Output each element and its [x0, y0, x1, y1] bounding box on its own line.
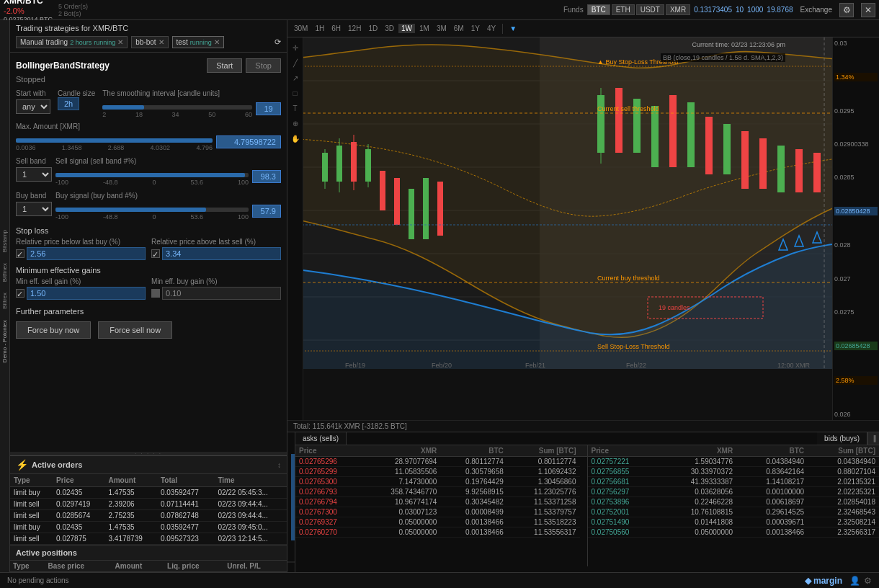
tf-12h[interactable]: 12H	[345, 24, 364, 33]
svg-text:Feb/21: Feb/21	[525, 362, 545, 369]
tf-6m[interactable]: 6M	[451, 24, 467, 33]
bids-header-row: Price XMR BTC Sum [BTC]	[588, 445, 880, 457]
order-row-1[interactable]: limit buy 0.02435 1.47535 0.03592477 02/…	[10, 487, 287, 499]
bid-price-3: 0.02756681	[588, 477, 659, 487]
buy-band-select[interactable]: 123	[16, 202, 52, 216]
min-sell-checkbox[interactable]: ✓	[16, 289, 24, 298]
ob-scrollbar[interactable]: ▐	[867, 432, 879, 445]
tf-4y[interactable]: 4Y	[484, 24, 499, 33]
order-row-4[interactable]: limit buy 0.02435 1.47535 0.03592477 02/…	[10, 522, 287, 533]
orderbook-tabs: asks (sells) bids (buys) ▐	[295, 432, 879, 445]
sl-below-checkbox[interactable]: ✓	[16, 249, 24, 258]
col-price: Price	[53, 474, 104, 487]
min-buy-field[interactable]	[162, 287, 281, 300]
chart-canvas-area[interactable]: ▲ Buy Stop-Loss Threshold Current sell t…	[287, 37, 832, 420]
ask-row-8[interactable]: 0.02760270 0.05000000 0.00138466 11.5355…	[295, 527, 587, 538]
svg-rect-40	[813, 153, 821, 192]
currency-tab-usdt[interactable]: USDT	[636, 4, 664, 15]
tool-rect[interactable]: □	[289, 86, 302, 99]
tf-1m[interactable]: 1M	[416, 24, 432, 33]
bid-row-3[interactable]: 0.02756681 41.39333387 1.14108217 2.0213…	[588, 477, 880, 487]
sidebar-bittrex[interactable]: Bittrex	[1, 293, 8, 309]
sl-below-input: ✓	[16, 247, 146, 260]
tf-1w[interactable]: 1W	[398, 24, 415, 33]
price-level-4: 0.02900338	[834, 141, 878, 148]
settings-icon[interactable]: ⚙	[864, 576, 872, 586]
person-icon[interactable]: 👤	[849, 576, 860, 586]
ask-row-2[interactable]: 0.02765299 11.05835506 0.30579658 1.1069…	[295, 467, 587, 477]
asks-header-row: Price XMR BTC Sum [BTC]	[295, 445, 587, 457]
price-level-12: 0.026	[834, 411, 878, 418]
bids-tab[interactable]: bids (buys)	[817, 432, 867, 445]
close-button[interactable]: ✕	[861, 3, 875, 17]
ask-row-4[interactable]: 0.02766793 358.74346770 9.92568915 11.23…	[295, 487, 587, 497]
force-buy-button[interactable]: Force buy now	[16, 321, 91, 339]
tf-6h[interactable]: 6H	[329, 24, 344, 33]
sell-signal-track[interactable]	[55, 173, 249, 177]
order-price-3: 0.0285674	[53, 510, 104, 522]
ask-row-1[interactable]: 0.02765296 28.97077694 0.80112774 0.8011…	[295, 457, 587, 467]
order-row-3[interactable]: limit sell 0.0285674 2.75235 0.07862748 …	[10, 510, 287, 522]
start-button[interactable]: Start	[207, 58, 242, 73]
bid-row-4[interactable]: 0.02756297 0.03628056 0.00100000 2.02235…	[588, 487, 880, 497]
tf-3m[interactable]: 3M	[434, 24, 450, 33]
bb-indicator-btn[interactable]: ▼	[507, 24, 519, 33]
ask-row-6[interactable]: 0.02767300 0.03007123 0.00008499 11.5337…	[295, 507, 587, 517]
bid-row-8[interactable]: 0.02750560 0.05000000 0.00138466 2.32566…	[588, 527, 880, 538]
currency-tab-eth[interactable]: ETH	[612, 4, 635, 15]
sl-above-checkbox[interactable]: ✓	[151, 249, 160, 258]
start-with-select[interactable]: any	[16, 99, 50, 114]
settings-button[interactable]: ⚙	[839, 3, 854, 17]
currency-tab-xmr[interactable]: XMR	[666, 4, 690, 15]
tool-line[interactable]: ╱	[289, 56, 302, 69]
buy-signal-track[interactable]	[55, 208, 249, 212]
current-time-display: Current time: 02/23 12:23:06 pm	[692, 41, 785, 48]
ask-row-5[interactable]: 0.02766794 10.96774174 0.30345482 11.533…	[295, 497, 587, 507]
order-row-5[interactable]: limit sell 0.027875 3.4178739 0.09527323…	[10, 533, 287, 545]
asks-tab[interactable]: asks (sells)	[295, 432, 347, 445]
force-sell-button[interactable]: Force sell now	[98, 321, 172, 339]
order-row-2[interactable]: limit sell 0.0297419 2.39206 0.07114441 …	[10, 499, 287, 510]
tf-1y[interactable]: 1Y	[468, 24, 483, 33]
sell-band-select[interactable]: 123	[16, 167, 52, 182]
sidebar-demo-poloniex[interactable]: Demo - Poloniex	[1, 320, 8, 362]
bid-row-2[interactable]: 0.02756855 30.33970372 0.83642164 0.8802…	[588, 467, 880, 477]
tf-1h[interactable]: 1H	[312, 24, 327, 33]
sl-above-field[interactable]	[162, 247, 281, 260]
order-amount-5: 3.4178739	[104, 533, 156, 545]
sidebar-bitstamp[interactable]: Bitstamp	[1, 230, 8, 252]
orders-tbody: limit buy 0.02435 1.47535 0.03592477 02/…	[10, 487, 287, 545]
pos-col-amount: Amount	[112, 561, 164, 572]
tool-text[interactable]: T	[289, 102, 302, 115]
min-gains-header: Minimum effective gains	[16, 266, 281, 275]
bid-row-1[interactable]: 0.02757221 1.59034776 0.04384940 0.04384…	[588, 457, 880, 467]
bottom-panels: 8008.4 4004.2 asks (sells) bids (buys)	[287, 432, 879, 572]
left-panel: Trading strategies for XMR/BTC Manual tr…	[10, 20, 287, 572]
tool-zoom[interactable]: ⊕	[289, 117, 302, 130]
manual-bot-close[interactable]: ✕	[117, 38, 123, 46]
currency-tab-btc[interactable]: BTC	[587, 4, 610, 15]
ask-row-3[interactable]: 0.02765300 7.14730000 0.19764429 1.30456…	[295, 477, 587, 487]
order-amount-4: 1.47535	[104, 522, 156, 533]
tf-3d[interactable]: 3D	[382, 24, 397, 33]
bid-row-6[interactable]: 0.02752001 10.76108815 0.29614525 2.3246…	[588, 507, 880, 517]
sl-below-field[interactable]	[27, 247, 146, 260]
test-bot-close[interactable]: ✕	[214, 38, 220, 46]
tool-crosshair[interactable]: ✛	[289, 41, 302, 54]
tf-30m[interactable]: 30M	[291, 24, 311, 33]
tool-hand[interactable]: ✋	[289, 132, 302, 145]
ask-row-7[interactable]: 0.02769327 0.05000000 0.00138466 11.5351…	[295, 517, 587, 527]
further-params[interactable]: Further parameters	[16, 307, 281, 316]
sidebar-bitfinex[interactable]: Bitfinex	[1, 263, 8, 282]
amount-slider-track[interactable]	[16, 138, 213, 143]
smoothing-value: 19	[256, 102, 281, 115]
tf-1d[interactable]: 1D	[365, 24, 380, 33]
price-level-6: 0.02850428	[834, 207, 878, 215]
bid-row-7[interactable]: 0.02751490 0.01441808 0.00039671 2.32508…	[588, 517, 880, 527]
bb-bot-close[interactable]: ✕	[159, 38, 164, 46]
min-sell-field[interactable]	[27, 287, 146, 300]
stop-button[interactable]: Stop	[246, 58, 281, 73]
bid-row-5[interactable]: 0.02753896 0.22466228 0.00618697 2.02854…	[588, 497, 880, 507]
tool-trend[interactable]: ↗	[289, 71, 302, 84]
smoothing-slider-track[interactable]	[102, 105, 252, 110]
